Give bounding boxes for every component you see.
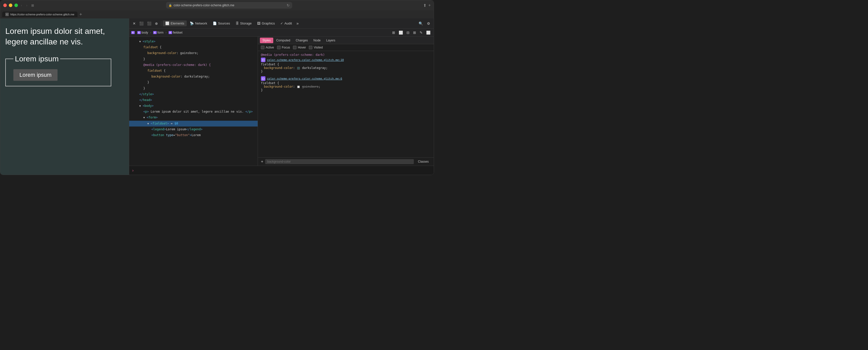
traffic-lights (3, 3, 18, 7)
el-style-close[interactable]: </style> (129, 91, 258, 97)
pseudo-hover[interactable]: Hover (293, 46, 306, 49)
devtools-close-button[interactable]: ✕ (131, 21, 137, 27)
styles-footer: + Classes (258, 157, 434, 166)
settings-button[interactable]: ⚙ (426, 21, 432, 27)
maximize-button[interactable] (14, 3, 18, 7)
tab-graphics-label: Graphics (262, 22, 275, 25)
tab-styles[interactable]: Styles (260, 38, 273, 43)
tab-audit[interactable]: ✓ Audit (278, 21, 294, 26)
tabbar: C https://color-scheme-prefers-color-sch… (0, 10, 434, 19)
el-media[interactable]: @media (prefers-color-scheme: dark) { (129, 62, 258, 68)
titlebar: ‹ › ⊞ 🔒 color-scheme-prefers-color-schem… (0, 0, 434, 10)
el-fieldset-selected[interactable]: ▼ <fieldset> = $0 (129, 121, 258, 126)
dock-bottom-button[interactable]: ⬛ (138, 21, 145, 27)
dock-side-button[interactable]: ⬛ (146, 21, 153, 27)
css-prop-row-2[interactable]: background-color: gainsboro; (261, 85, 431, 88)
back-button[interactable]: ‹ (20, 3, 23, 8)
new-tab-button[interactable]: + (429, 3, 431, 7)
breadcrumb-bar: E E body › E form › E fieldset ⊞ ⬜ ⊟ ⊞ ✎ (129, 29, 434, 37)
filter-input[interactable] (265, 159, 414, 164)
tab-storage[interactable]: 🗄 Storage (233, 21, 254, 26)
main-content: Lorem ipsum dolor sit amet,legere ancill… (0, 19, 434, 175)
close-button[interactable] (3, 3, 7, 7)
forward-button[interactable]: › (25, 3, 29, 8)
breadcrumb-form-label: form (157, 31, 163, 34)
el-fieldset1[interactable]: fieldset { (129, 45, 258, 50)
elements-panel: ▼ <style> fieldset { background-color: g… (129, 37, 258, 166)
inspect-button[interactable]: ⊕ (153, 21, 159, 27)
css-prop-row-1[interactable]: background-color: darkslategray; (261, 66, 431, 70)
breadcrumb-body[interactable]: E body (136, 30, 150, 35)
sep2: › (150, 31, 151, 34)
share-button[interactable]: ⬆ (423, 3, 427, 8)
el-bg-dark[interactable]: background-color: darkslategray; (129, 74, 258, 80)
dom-badge: E (131, 31, 135, 34)
el-legend[interactable]: <legend>Lorem ipsum</legend> (129, 126, 258, 132)
focus-checkbox[interactable] (277, 46, 281, 49)
edit-button[interactable]: ✎ (418, 30, 424, 35)
layout-multi-button[interactable]: ⊟ (405, 30, 411, 35)
el-button[interactable]: <button type="button">Lorem (129, 132, 258, 138)
layout-box-button[interactable]: ⬜ (397, 30, 404, 35)
el-fieldset2[interactable]: fieldset { (129, 68, 258, 74)
file-link-row2: {} color-scheme-prefers-color-scheme.gli… (261, 76, 431, 81)
tab-elements[interactable]: ⬜ Elements (163, 21, 187, 26)
more-tabs-button[interactable]: » (295, 20, 300, 27)
file-link-2[interactable]: color-scheme-prefers-color-scheme.glitch… (267, 77, 342, 80)
css-selector-2: fieldset { (261, 81, 431, 85)
browser-tab[interactable]: C https://color-scheme-prefers-color-sch… (2, 11, 78, 17)
classes-button[interactable]: Classes (416, 159, 431, 164)
hover-checkbox[interactable] (293, 46, 297, 49)
refresh-button[interactable]: ↻ (287, 3, 290, 7)
active-checkbox[interactable] (261, 46, 265, 49)
css-badge-2: {} (261, 76, 266, 81)
file-link-1[interactable]: color-scheme-prefers-color-scheme.glitch… (267, 58, 344, 62)
el-form[interactable]: ▼ <form> (129, 115, 258, 120)
styles-panel: Styles Computed Changes Node Layers Acti… (258, 37, 434, 166)
tab-graphics[interactable]: 🖼 Graphics (255, 21, 277, 26)
address-bar[interactable]: 🔒 color-scheme-prefers-color-scheme.glit… (166, 2, 292, 8)
pin-button[interactable]: ⬜ (425, 30, 432, 35)
sidebar-toggle[interactable]: ⊞ (30, 3, 35, 8)
style-rule-gainsboro: {} color-scheme-prefers-color-scheme.gli… (261, 76, 431, 92)
css-badge-1: {} (261, 58, 266, 62)
styles-tabs: Styles Computed Changes Node Layers (258, 37, 434, 44)
pseudo-visited[interactable]: Visited (309, 46, 323, 49)
console-input[interactable] (135, 169, 431, 172)
tab-changes[interactable]: Changes (293, 38, 310, 43)
tab-computed[interactable]: Computed (274, 38, 293, 43)
search-button[interactable]: 🔍 (417, 21, 425, 27)
visited-checkbox[interactable] (309, 46, 312, 49)
el-body-open[interactable]: ▼ <body> (129, 103, 258, 109)
layout-cols-button[interactable]: ⊞ (412, 30, 417, 35)
demo-button[interactable]: Lorem ipsum (13, 69, 58, 81)
pseudo-focus[interactable]: Focus (277, 46, 290, 49)
tab-label: https://color-scheme-prefers-color-schem… (10, 13, 74, 16)
color-swatch-1[interactable] (297, 67, 300, 69)
active-label: Active (266, 46, 274, 49)
tab-sources[interactable]: 📄 Sources (210, 21, 232, 26)
new-tab-plus-button[interactable]: + (80, 12, 82, 17)
breadcrumb-body-label: body (142, 31, 148, 34)
pseudo-active[interactable]: Active (261, 46, 274, 49)
el-p[interactable]: <p> Lorem ipsum dolor sit amet, legere a… (129, 109, 258, 115)
color-swatch-2[interactable] (297, 86, 300, 88)
tab-network[interactable]: 📡 Network (187, 21, 210, 26)
tab-layers[interactable]: Layers (324, 38, 338, 43)
el-bg-gainsboro[interactable]: background-color: gainsboro; (129, 50, 258, 56)
tab-audit-label: Audit (284, 22, 292, 25)
breadcrumb-fieldset[interactable]: E fieldset (167, 30, 184, 35)
el-head-close[interactable]: </head> (129, 97, 258, 103)
style-rule-dark: @media (prefers-color-scheme: dark) {} c… (261, 53, 431, 73)
pseudo-states-bar: Active Focus Hover Visited (258, 44, 434, 51)
tab-sources-label: Sources (218, 22, 230, 25)
breadcrumb-form[interactable]: E form (152, 30, 165, 35)
body-badge: E (137, 31, 141, 34)
layout-grid-button[interactable]: ⊞ (391, 30, 396, 35)
el-style-open[interactable]: ▼ <style> (129, 39, 258, 45)
fieldset-badge: E (168, 31, 172, 34)
styles-content: @media (prefers-color-scheme: dark) {} c… (258, 51, 434, 157)
add-property-button[interactable]: + (261, 159, 263, 164)
tab-node[interactable]: Node (311, 38, 323, 43)
minimize-button[interactable] (9, 3, 12, 7)
